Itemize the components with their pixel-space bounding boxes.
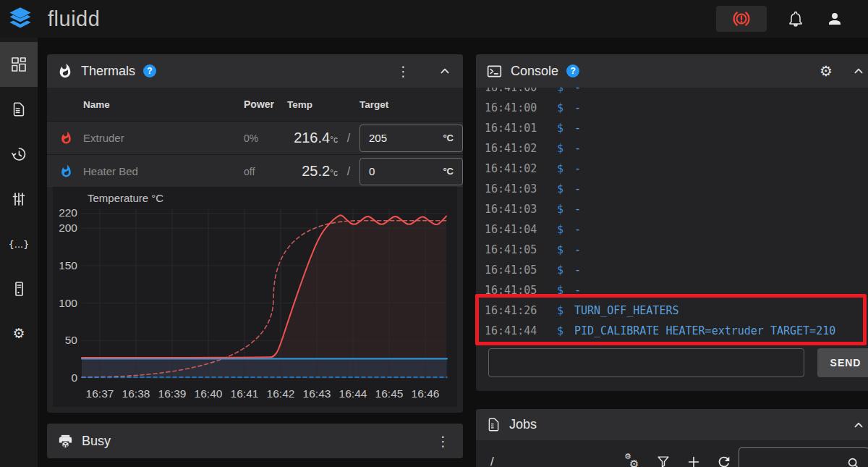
console-line: 16:41:03$- (476, 179, 868, 199)
jobs-add-icon[interactable] (683, 451, 705, 467)
console-line: 16:41:05$- (476, 240, 868, 260)
svg-text:200: 200 (59, 222, 77, 234)
jobs-title: Jobs (509, 417, 537, 432)
bell-icon (787, 10, 804, 28)
svg-text:16:38: 16:38 (122, 387, 150, 400)
heater-name: Heater Bed (83, 165, 244, 177)
temp-target-divider: / (338, 132, 359, 145)
console-help-icon[interactable]: ? (566, 64, 579, 77)
svg-text:16:45: 16:45 (375, 387, 404, 400)
jobs-collapse-icon[interactable] (851, 417, 867, 433)
emergency-stop-button[interactable] (716, 6, 767, 32)
svg-text:150: 150 (59, 259, 77, 272)
app-title: fluidd (48, 7, 100, 31)
svg-text:100: 100 (59, 297, 77, 309)
target-input[interactable]: 205°C (359, 125, 463, 152)
col-target: Target (359, 99, 463, 110)
emergency-stop-icon (731, 8, 752, 30)
thermals-collapse-icon[interactable] (437, 63, 453, 79)
col-name: Name (83, 99, 244, 110)
file-document-icon (11, 101, 27, 117)
thermals-panel: Thermals ? ⋮ Name Power Temp Target Extr… (47, 54, 463, 413)
col-power: Power (244, 98, 287, 110)
server-icon (10, 280, 27, 298)
console-settings-gear-icon[interactable]: ⚙ (820, 62, 833, 80)
jobs-refresh-icon[interactable] (713, 451, 735, 467)
sidebar-item-settings[interactable]: ⚙ (0, 311, 38, 356)
jobs-filter-icon[interactable] (652, 451, 674, 467)
temperature-chart: 05010015020022016:3716:3816:3916:4016:41… (53, 187, 457, 407)
thermals-header: Thermals ? ⋮ (47, 54, 463, 88)
console-line: 16:41:05$- (476, 280, 868, 300)
jobs-search-input[interactable] (739, 447, 868, 467)
tune-icon (10, 190, 27, 208)
console-line: 16:41:01$- (476, 118, 868, 138)
busy-panel: Busy ⋮ (47, 424, 463, 458)
console-panel: Console ? ⚙ 16:41:00$-16:41:00$-16:41:01… (476, 54, 868, 391)
console-command-input[interactable] (488, 348, 804, 377)
sidebar-item-dashboard[interactable] (0, 42, 38, 87)
console-title: Console (511, 64, 558, 79)
busy-menu-icon[interactable]: ⋮ (433, 434, 453, 448)
code-braces-icon: {...} (9, 235, 28, 253)
svg-text:220: 220 (59, 206, 77, 219)
dashboard-icon (10, 56, 27, 73)
history-icon (10, 146, 27, 163)
svg-text:Temperature °C: Temperature °C (88, 192, 163, 204)
svg-text:16:39: 16:39 (158, 387, 187, 400)
svg-text:50: 50 (65, 334, 78, 346)
send-button[interactable]: SEND (817, 348, 868, 377)
sidebar-item-system[interactable] (0, 266, 38, 311)
thermals-help-icon[interactable]: ? (143, 64, 156, 77)
col-temp: Temp (287, 99, 338, 110)
jobs-current-path: / (490, 455, 613, 467)
svg-text:16:46: 16:46 (412, 387, 440, 400)
file-document-icon (486, 417, 501, 432)
sidebar-item-configure[interactable]: {...} (0, 222, 38, 266)
fluidd-app: fluidd { (0, 0, 868, 467)
thermal-row: Heater Bed off 25.2°c / 0°C (47, 155, 463, 188)
jobs-toolbar: / ⚙ ⚙ (476, 440, 868, 467)
svg-text:16:41: 16:41 (231, 387, 259, 400)
jobs-header: Jobs (476, 409, 868, 440)
svg-text:⚙: ⚙ (12, 325, 25, 341)
thermals-column-headers: Name Power Temp Target (47, 88, 463, 122)
console-collapse-icon[interactable] (851, 63, 867, 79)
topbar: fluidd (0, 0, 868, 38)
sidebar-item-tune[interactable] (0, 177, 38, 222)
console-log[interactable]: 16:41:00$-16:41:00$-16:41:01$-16:41:02$-… (476, 88, 868, 340)
target-input[interactable]: 0°C (359, 158, 463, 185)
console-line: 16:41:00$- (476, 88, 868, 98)
account-icon (826, 10, 843, 28)
heater-temp: 216.4°c (287, 130, 338, 146)
heater-power: off (244, 166, 287, 177)
fluidd-logo-icon (0, 0, 41, 38)
sidebar-item-jobs[interactable] (0, 87, 38, 132)
notifications-button[interactable] (786, 9, 806, 29)
console-line: 16:41:00$- (476, 98, 868, 118)
console-line: 16:41:02$- (476, 138, 868, 159)
svg-text:0: 0 (71, 371, 77, 384)
jobs-actions-cogs-icon[interactable]: ⚙ ⚙ (622, 451, 644, 467)
svg-text:16:37: 16:37 (86, 387, 114, 400)
sidebar-item-history[interactable] (0, 132, 38, 177)
thermals-menu-icon[interactable]: ⋮ (393, 64, 413, 78)
heater-fire-icon (57, 164, 75, 178)
svg-text:16:40: 16:40 (195, 387, 223, 400)
heater-name: Extruder (83, 132, 244, 144)
heater-power: 0% (244, 132, 287, 144)
heater-temp: 25.2°c (287, 163, 338, 180)
thermal-row: Extruder 0% 216.4°c / 205°C (47, 122, 463, 155)
temp-target-divider: / (338, 165, 359, 178)
console-line: 16:41:03$- (476, 199, 868, 219)
account-button[interactable] (825, 9, 845, 29)
cog-icon: ⚙ (10, 325, 27, 342)
busy-title: Busy (82, 434, 111, 449)
heater-fire-icon (57, 131, 75, 145)
console-line: 16:41:02$- (476, 159, 868, 179)
svg-text:16:42: 16:42 (267, 387, 295, 400)
console-line: 16:41:05$- (476, 260, 868, 280)
svg-text:{...}: {...} (9, 239, 28, 250)
fire-icon (57, 63, 73, 79)
search-icon (846, 455, 861, 467)
